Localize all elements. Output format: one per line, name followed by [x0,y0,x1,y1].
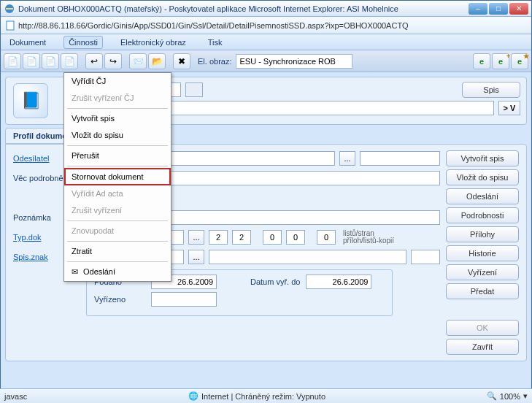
e-button-1[interactable]: e [473,53,490,69]
historie-button[interactable]: Historie [446,245,519,261]
menu-elektronicky-obraz[interactable]: Elektronický obraz [116,37,190,48]
prilohy-button[interactable]: Přílohy [446,226,519,242]
menu-item-zru-it-vy-zen-j: Zrušit vyřízení ČJ [64,90,171,107]
vyrizeni-button[interactable]: Vyřízení [446,264,519,280]
window-title: Dokument OBHOX000ACTQ (mateřský) - Posky… [18,4,467,13]
toolbar-btn-3[interactable]: 📄 [42,53,59,69]
odeslani-button[interactable]: Odeslání [446,188,519,204]
num-3[interactable] [263,230,282,245]
menu-item-zru-it-vy-zen-: Zrušit vyřízení [64,202,171,219]
num-2[interactable] [232,230,251,245]
zavrit-button[interactable]: Zavřít [446,339,519,355]
toolbar-btn-7[interactable]: 📨 [129,53,147,69]
vec-podrobne-label: Věc podrobně [13,174,70,183]
toolbar-btn-5[interactable]: ↩ [85,53,103,69]
menu-item-p-eru-it[interactable]: Přerušit [64,147,171,164]
app-toolbar: 📄 📄 📄 📄 ↩ ↪ 📨 📂 ✖ El. obraz: e e+ e★ [1,50,531,72]
side-button-column: Vytvořit spis Vložit do spisu Odeslání P… [446,150,519,355]
content-area: Vyřídit ČJZrušit vyřízení ČJVytvořit spi… [1,72,531,388]
typdok-label[interactable]: Typ.dok [13,233,70,242]
status-bar: javasc 🌐 Internet | Chráněný režim: Vypn… [0,388,532,403]
vyrizeno-label: Vyřízeno [94,295,145,304]
menu-item-odesl-n-[interactable]: ✉Odeslání [64,264,171,281]
e-button-2[interactable]: e+ [492,53,509,69]
datum-vyr-label: Datum vyř. do [250,277,300,286]
vytvorit-spis-button[interactable]: Vytvořit spis [446,150,519,166]
num-5[interactable] [317,230,336,245]
close-button[interactable]: ✕ [509,3,528,15]
status-center: 🌐 Internet | Chráněný režim: Vypnuto [188,391,325,401]
spisznak-lookup-button[interactable]: ... [188,250,204,264]
zoom-control[interactable]: 🔍 100% ▾ [487,391,528,401]
ie-icon [4,3,15,15]
menu-item-vy-dit-j[interactable]: Vyřídit ČJ [64,73,171,90]
ok-button[interactable]: OK [446,320,519,336]
odesilatel-label[interactable]: Odesílatel [13,154,70,163]
toolbar-btn-8[interactable]: 📂 [148,53,166,69]
num-4[interactable] [286,230,305,245]
odesilatel-extra-field[interactable] [360,151,440,166]
predat-button[interactable]: Předat [446,283,519,299]
menu-item-stornovat-dokument[interactable]: Stornovat dokument [64,168,171,185]
status-left: javasc [4,392,27,401]
vyrizeno-field[interactable] [151,292,217,307]
toolbar-btn-1[interactable]: 📄 [4,53,21,69]
minimize-button[interactable]: – [469,3,487,15]
poznamka-label: Poznámka [13,213,70,222]
odesilatel-lookup-button[interactable]: ... [339,151,355,166]
menu-item-vlo-it-do-spisu[interactable]: Vložit do spisu [64,127,171,144]
num-1[interactable] [209,230,228,245]
menu-item-ztratit[interactable]: Ztratit [64,243,171,260]
spisznak-code-field[interactable] [411,250,440,264]
spisznak-label[interactable]: Spis.znak [13,253,70,261]
e-button-3[interactable]: e★ [511,53,528,69]
maximize-button[interactable]: □ [489,3,508,15]
toolbar-btn-4[interactable]: 📄 [61,53,78,69]
cinnosti-dropdown[interactable]: Vyřídit ČJZrušit vyřízení ČJVytvořit spi… [63,72,171,282]
menu-cinnosti[interactable]: Činnosti [63,36,103,49]
priloh-listu-label: příloh/listů-kopií [343,237,394,245]
vlozit-do-spisu-button[interactable]: Vložit do spisu [446,169,519,185]
datum-vyr-field[interactable] [306,275,371,289]
typdok-lookup-button[interactable]: ... [188,230,204,245]
toolbar-btn-2[interactable]: 📄 [23,53,40,69]
cj-extra-box[interactable] [185,82,203,97]
svg-rect-1 [7,21,14,30]
podrobnosti-button[interactable]: Podrobnosti [446,207,519,223]
zoom-icon: 🔍 [487,391,497,401]
document-icon: 📘 [13,83,48,118]
globe-icon: 🌐 [188,391,198,401]
menu-item-vy-dit-ad-acta: Vyřídit Ad acta [64,185,171,202]
zoom-value: 100% [500,392,520,401]
mail-icon: ✉ [72,267,82,277]
go-v-button[interactable]: > V [498,101,520,115]
spisznak-extra-field[interactable] [209,250,406,264]
menu-item-znovupodat: Znovupodat [64,223,171,239]
menu-item-vytvo-it-spis[interactable]: Vytvořit spis [64,110,171,127]
toolbar-btn-9[interactable]: ✖ [173,53,190,69]
el-obraz-label: El. obraz: [198,57,231,66]
page-icon [5,20,15,31]
url-text[interactable]: http://88.86.118.66/Gordic/Ginis/App/SSD… [18,21,409,30]
el-obraz-select[interactable] [236,54,352,69]
address-bar: http://88.86.118.66/Gordic/Ginis/App/SSD… [1,17,531,34]
toolbar-btn-6[interactable]: ↪ [104,53,122,69]
chevron-down-icon[interactable]: ▾ [523,391,528,401]
spis-button[interactable]: Spis [462,82,520,98]
menu-dokument[interactable]: Dokument [5,37,50,48]
menu-tisk[interactable]: Tisk [204,37,227,48]
app-menubar: Dokument Činnosti Elektronický obraz Tis… [1,34,531,50]
window-titlebar: Dokument OBHOX000ACTQ (mateřský) - Posky… [1,1,531,17]
